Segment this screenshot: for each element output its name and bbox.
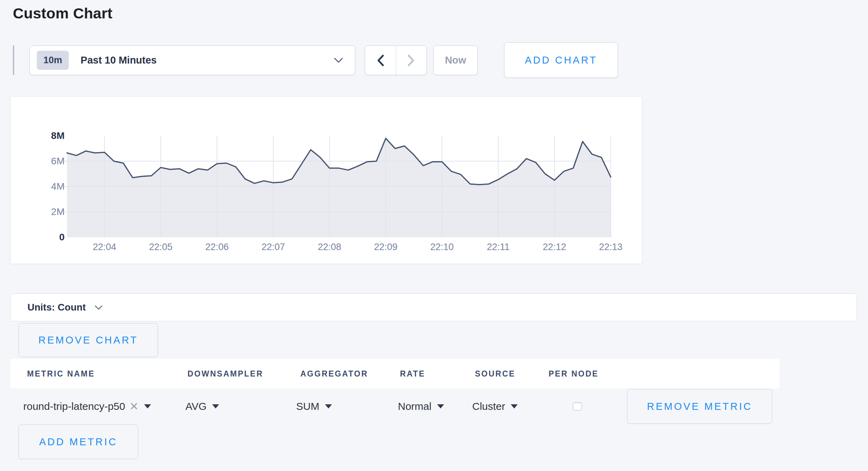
y-tick-label: 8M — [23, 130, 65, 141]
units-label: Units: Count — [27, 302, 86, 313]
chevron-down-icon — [95, 305, 102, 310]
time-selector-accent-bar — [13, 46, 14, 75]
x-tick-label: 22:08 — [302, 242, 357, 253]
clear-metric-icon[interactable]: ✕ — [129, 401, 139, 412]
next-interval-button[interactable] — [396, 46, 427, 75]
remove-chart-button[interactable]: REMOVE CHART — [18, 323, 158, 357]
page-title: Custom Chart — [13, 5, 112, 22]
column-header-rate: RATE — [400, 369, 425, 378]
remove-metric-button[interactable]: REMOVE METRIC — [627, 389, 772, 424]
time-range-badge: 10m — [37, 51, 69, 70]
chevron-right-icon — [407, 55, 415, 66]
prev-interval-button[interactable] — [365, 46, 396, 75]
dropdown-caret-icon — [325, 404, 332, 408]
x-tick-label: 22:06 — [189, 242, 245, 253]
time-step-controls — [365, 46, 427, 75]
column-header-downsampler: DOWNSAMPLER — [187, 369, 263, 378]
dropdown-caret-icon[interactable] — [144, 404, 151, 408]
metric-name-select[interactable]: round-trip-latency-p50 ✕ — [23, 400, 151, 412]
source-value: Cluster — [472, 400, 505, 412]
dropdown-caret-icon — [212, 404, 219, 408]
y-tick-label: 0 — [23, 232, 65, 243]
y-tick-label: 6M — [23, 156, 65, 167]
source-select[interactable]: Cluster — [472, 400, 518, 412]
now-button[interactable]: Now — [433, 46, 478, 75]
downsampler-value: AVG — [185, 400, 207, 412]
x-tick-label: 22:07 — [245, 242, 301, 253]
column-header-aggregator: AGGREGATOR — [300, 369, 368, 378]
y-tick-label: 4M — [23, 181, 65, 192]
chevron-down-icon — [334, 58, 343, 63]
column-header-per-node: PER NODE — [549, 369, 599, 378]
downsampler-select[interactable]: AVG — [185, 400, 219, 412]
chevron-left-icon — [377, 55, 384, 66]
timeseries-area-chart — [11, 97, 642, 264]
custom-chart-page: Custom Chart 10m Past 10 Minutes Now ADD… — [0, 0, 868, 471]
aggregator-value: SUM — [296, 400, 319, 412]
column-header-source: SOURCE — [475, 369, 515, 378]
x-tick-label: 22:12 — [527, 242, 582, 253]
timeseries-chart-card: 02M4M6M8M 22:0422:0522:0622:0722:0822:09… — [10, 96, 642, 264]
add-chart-button[interactable]: ADD CHART — [504, 42, 618, 78]
metrics-table-header: METRIC NAME DOWNSAMPLER AGGREGATOR RATE … — [10, 359, 779, 388]
y-tick-label: 2M — [23, 206, 65, 217]
x-tick-label: 22:10 — [414, 242, 470, 253]
aggregator-select[interactable]: SUM — [296, 400, 332, 412]
dropdown-caret-icon — [511, 404, 518, 408]
per-node-checkbox[interactable] — [573, 402, 582, 411]
time-range-label: Past 10 Minutes — [81, 55, 334, 66]
units-select[interactable]: Units: Count — [10, 294, 857, 321]
rate-select[interactable]: Normal — [398, 400, 444, 412]
x-tick-label: 22:09 — [358, 242, 414, 253]
x-tick-label: 22:11 — [470, 242, 526, 253]
metric-table-row: round-trip-latency-p50 ✕ AVG SUM Normal … — [10, 388, 779, 424]
time-range-select[interactable]: 10m Past 10 Minutes — [30, 46, 355, 75]
metric-name-value: round-trip-latency-p50 — [23, 400, 125, 412]
x-tick-label: 22:04 — [77, 242, 132, 253]
dropdown-caret-icon — [437, 404, 444, 408]
column-header-metric-name: METRIC NAME — [27, 369, 95, 378]
x-tick-label: 22:13 — [583, 242, 639, 253]
add-metric-button[interactable]: ADD METRIC — [18, 424, 138, 459]
rate-value: Normal — [398, 400, 432, 412]
x-tick-label: 22:05 — [133, 242, 189, 253]
